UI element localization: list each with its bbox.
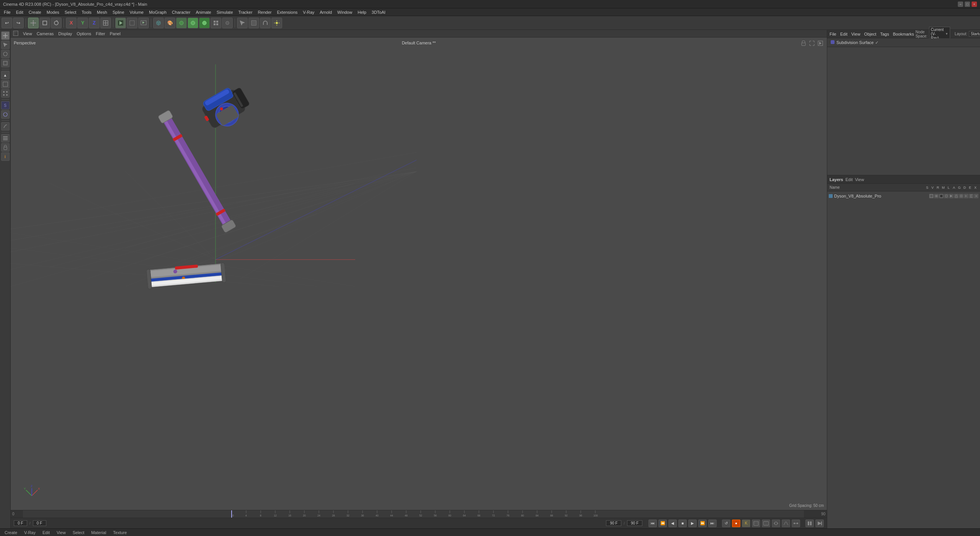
toolbar-sculpt-1[interactable] [176,18,187,28]
bottom-tab-select[interactable]: Select [70,529,88,536]
step-forward-button[interactable]: ⏩ [698,520,707,527]
toolbar-texture[interactable] [248,18,259,28]
toolbar-cube[interactable] [153,18,164,28]
sidebar-spline-s2[interactable] [1,110,10,119]
timeline-extra-1[interactable] [805,520,814,527]
sidebar-poly-tool[interactable]: ▲ [1,71,10,79]
bottom-tab-view[interactable]: View [54,529,69,536]
frame-max2-display[interactable]: 90 F [627,520,642,526]
vp-cameras-btn[interactable]: Cameras [35,31,56,36]
bottom-tab-material[interactable]: Material [88,529,109,536]
layer-icon-x[interactable]: ✕ [974,194,978,198]
menu-tracker[interactable]: Tracker [236,9,255,15]
toolbar-undo[interactable]: ↩ [2,18,12,28]
play-button[interactable]: ▶ [688,520,697,527]
menu-vray[interactable]: V-Ray [301,9,317,15]
loop-button[interactable]: ↺ [722,520,730,527]
sidebar-brush[interactable] [1,122,10,131]
toolbar-render-to-picture[interactable] [138,18,149,28]
key-mode-button[interactable]: K [742,520,750,527]
sidebar-info[interactable]: i [1,152,10,161]
layout-dropdown[interactable]: Startup ▼ [969,31,980,37]
step-back-button[interactable]: ⏪ [658,520,667,527]
menu-simulate[interactable]: Simulate [214,9,235,15]
attr-bookmarks-tab[interactable]: Bookmarks [893,32,914,36]
attr-view-tab[interactable]: View [851,32,861,36]
frame-start-display[interactable]: 0 F [14,520,27,526]
sidebar-move-tool[interactable] [1,31,10,40]
menu-spline[interactable]: Spline [110,9,127,15]
go-end-button[interactable]: ⏭ [708,520,717,527]
close-button[interactable]: × [972,2,977,7]
frame-max-display[interactable]: 90 F [606,520,621,526]
toolbar-move[interactable] [28,18,39,28]
timeline-mode-2[interactable] [762,520,770,527]
toolbar-selection[interactable] [237,18,248,28]
sidebar-lock[interactable] [1,143,10,152]
timeline-mode-4[interactable] [782,520,790,527]
minimize-button[interactable]: − [958,2,963,7]
layer-icon-s[interactable] [929,194,934,198]
menu-file[interactable]: File [2,9,13,15]
layer-edit-tab[interactable]: Edit [845,177,853,182]
bottom-tab-texture[interactable]: Texture [110,529,130,536]
toolbar-sculpt-3[interactable] [199,18,210,28]
vp-view-btn[interactable]: View [21,31,34,36]
layer-view-tab[interactable]: View [855,177,864,182]
sidebar-edge-tool[interactable] [1,80,10,88]
toolbar-snap-1[interactable] [211,18,221,28]
menu-edit[interactable]: Edit [14,9,26,15]
list-item[interactable]: Dyson_V8_Absolute_Pro [827,192,980,200]
timeline-mode-3[interactable] [772,520,780,527]
toolbar-y-axis[interactable]: Y [77,18,88,28]
timeline-mode-1[interactable] [752,520,760,527]
toolbar-light[interactable] [271,18,282,28]
menu-window[interactable]: Window [335,9,354,15]
sidebar-select-tool[interactable] [1,41,10,49]
menu-mograph[interactable]: MoGraph [147,9,169,15]
toolbar-render[interactable] [115,18,126,28]
menu-extensions[interactable]: Extensions [274,9,300,15]
toolbar-rotate[interactable] [51,18,62,28]
menu-tools[interactable]: Tools [79,9,94,15]
toolbar-z-axis[interactable]: Z [89,18,100,28]
attr-object-tab[interactable]: Object [864,32,876,36]
vp-panel-btn[interactable]: Panel [108,31,122,36]
vp-options-btn[interactable]: Options [75,31,93,36]
layer-icon-play[interactable] [949,194,954,198]
go-start-button[interactable]: ⏮ [648,520,657,527]
bottom-tab-edit[interactable]: Edit [39,529,53,536]
timeline-ruler[interactable]: 0 4 8 12 16 20 24 28 [23,510,804,518]
sidebar-point-tool[interactable] [1,89,10,98]
menu-help[interactable]: Help [355,9,369,15]
menu-modes[interactable]: Modes [44,9,62,15]
layer-tab-label[interactable]: Layers [830,177,843,182]
bottom-tab-create[interactable]: Create [2,529,20,536]
frame-current-display[interactable]: 0 F [33,520,46,526]
vp-display-btn[interactable]: Display [57,31,74,36]
attr-tags-tab[interactable]: Tags [880,32,889,36]
menu-character[interactable]: Character [170,9,193,15]
menu-volume[interactable]: Volume [127,9,146,15]
sidebar-rotate-tool[interactable] [1,50,10,58]
layer-icon-r[interactable] [939,194,944,198]
toolbar-snap-2[interactable] [222,18,233,28]
layer-icon-lock[interactable] [954,194,959,198]
attr-edit-tab[interactable]: Edit [840,32,848,36]
attr-file-tab[interactable]: File [830,32,836,36]
toolbar-redo[interactable]: ↪ [13,18,24,28]
layer-icon-e[interactable] [969,194,973,198]
sidebar-scale-tool[interactable] [1,59,10,67]
menu-render[interactable]: Render [255,9,274,15]
record-button[interactable]: ● [732,520,740,527]
maximize-button[interactable]: □ [965,2,970,7]
stop-button[interactable]: ■ [678,520,687,527]
menu-mesh[interactable]: Mesh [95,9,109,15]
toolbar-sculpt-2[interactable] [188,18,198,28]
menu-arnold[interactable]: Arnold [317,9,334,15]
layer-icon-d[interactable] [964,194,969,198]
viewport-expand-icon[interactable] [808,40,815,47]
sidebar-layers-icon[interactable] [1,134,10,142]
layer-icon-g[interactable] [959,194,964,198]
vp-filter-btn[interactable]: Filter [94,31,106,36]
